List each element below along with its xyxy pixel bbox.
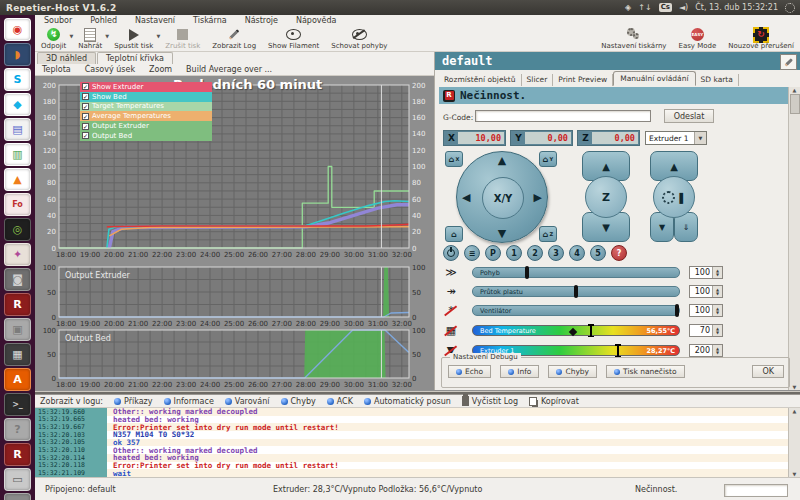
slider-handle[interactable]	[574, 285, 578, 298]
clock[interactable]: Čt, 13. dub 15:32:21	[695, 3, 778, 12]
show-log-button[interactable]: Zobrazit Log	[206, 26, 262, 50]
feedrate-spinbox[interactable]: 100 ▲▼	[689, 266, 723, 279]
menu-soubor[interactable]: Soubor	[35, 16, 81, 25]
launcher-icon-text-editor[interactable]: ▤	[4, 118, 31, 141]
filter-chyby[interactable]: Chyby	[281, 397, 316, 406]
printer-settings-button[interactable]: Nastavení tiskárny	[595, 26, 672, 50]
network-icon[interactable]: ↑↓	[638, 3, 651, 12]
power-button[interactable]	[443, 245, 459, 261]
fan-slider[interactable]: Ventilátor	[472, 305, 680, 316]
park-button[interactable]: P	[485, 245, 501, 261]
feedrate-slider[interactable]: Pohyb	[472, 267, 680, 278]
preset-5-button[interactable]: 5	[590, 245, 606, 261]
bed-temp-spinbox[interactable]: 70 ▲▼	[689, 324, 723, 337]
launcher-icon-graphics-app[interactable]: ✦	[4, 243, 31, 266]
tab-teplotni-krivka[interactable]: Teplotní křivka	[97, 52, 173, 64]
start-print-button[interactable]: Spustit tisk ▼	[108, 26, 159, 50]
slider-handle[interactable]	[590, 324, 592, 337]
launcher-icon-chrome[interactable]: ◉	[4, 18, 31, 41]
launcher-icon-media-app[interactable]: ◎	[4, 218, 31, 241]
bed-temp-slider[interactable]: Bed Temperature 56,55°C	[472, 325, 680, 336]
checkbox-icon[interactable]: ✓	[82, 93, 89, 100]
legend-item-5[interactable]: ✓Output Bed	[80, 131, 212, 141]
z-center-button[interactable]: Z	[585, 176, 627, 218]
chart-menu-teplota[interactable]: Teplota	[35, 65, 78, 74]
motors-off-button[interactable]: ≡	[464, 245, 480, 261]
menu-napoveda[interactable]: Nápověda	[287, 16, 346, 25]
log-scrollbar[interactable]: ▲ ▼	[788, 408, 800, 477]
extruder-select[interactable]: Extruder 1 ▼	[645, 131, 707, 145]
tab-rozmisteni-objektu[interactable]: Rozmístění objektů	[439, 74, 522, 86]
xy-jog-pad[interactable]: ▲ ▼ ◀ ▶ X/Y	[456, 151, 548, 243]
jog-x-plus-icon[interactable]: ▶	[534, 191, 542, 204]
chart-menu-build-average[interactable]: Build Average over ...	[179, 65, 279, 74]
scroll-up-ic[interactable]: ▲	[793, 408, 797, 414]
launcher-icon-trash[interactable]: ▯	[4, 493, 31, 500]
fan-spinbox[interactable]: 100 ▲▼	[689, 304, 723, 317]
checkbox-icon[interactable]: ✓	[82, 83, 89, 90]
gcode-input[interactable]	[475, 110, 651, 122]
launcher-icon-kodi[interactable]: ◆	[4, 93, 31, 116]
launcher-icon-calculator[interactable]: ▦	[4, 343, 31, 366]
spinner-arrows-icon[interactable]: ▲▼	[712, 267, 722, 278]
filter-informace[interactable]: Informace	[164, 397, 214, 406]
load-button[interactable]: Nahrát ▼	[72, 26, 108, 50]
echo-toggle[interactable]: Echo	[448, 365, 491, 378]
checkbox-icon[interactable]: ✓	[82, 113, 89, 120]
dry-run-toggle[interactable]: Tisk nanečisto	[606, 365, 684, 378]
legend-item-2[interactable]: ✓Target Temperatures	[80, 102, 212, 112]
preset-2-button[interactable]: 2	[527, 245, 543, 261]
spinner-arrows-icon[interactable]: ▲▼	[712, 325, 722, 336]
tab-slicer[interactable]: Slicer	[522, 74, 554, 86]
launcher-icon-photo-tool[interactable]: ◙	[4, 268, 31, 291]
launcher-icon-fontforge[interactable]: Fo	[4, 193, 31, 216]
extrude-center-button[interactable]: ❚	[653, 176, 695, 218]
xy-center-button[interactable]: X/Y	[482, 177, 524, 219]
scroll-thumb[interactable]	[790, 94, 800, 114]
clear-log-button[interactable]: Vyčistit Log	[462, 396, 518, 406]
slider-handle[interactable]	[525, 266, 529, 279]
home-all-button[interactable]: ⌂	[445, 226, 463, 242]
spinner-arrows-icon[interactable]: ▲▼	[712, 286, 722, 297]
keyboard-indicator[interactable]: Cs	[659, 3, 672, 12]
preset-1-button[interactable]: 1	[506, 245, 522, 261]
send-button[interactable]: Odeslat	[664, 109, 714, 123]
launcher-icon-libreoffice[interactable]: ▥	[4, 143, 31, 166]
filter-prikazy[interactable]: Příkazy	[114, 397, 153, 406]
legend-item-3[interactable]: ✓Average Temperatures	[80, 111, 212, 121]
launcher-icon-disk-utility[interactable]: ▭	[4, 468, 31, 491]
launcher-icon-help-app[interactable]: ?	[4, 418, 31, 441]
menu-nastroje[interactable]: Nástroje	[236, 16, 287, 25]
launcher-icon-skype[interactable]: S	[4, 68, 31, 91]
jog-y-minus-icon[interactable]: ▼	[498, 227, 506, 240]
easy-mode-button[interactable]: EASY Easy Mode	[672, 26, 722, 50]
legend-item-4[interactable]: ✓Output Extruder	[80, 121, 212, 131]
ok-button[interactable]: OK	[752, 365, 784, 378]
launcher-icon-a-app[interactable]: A	[4, 368, 31, 391]
legend-item-1[interactable]: ✓Show Bed	[80, 92, 212, 102]
home-y-button[interactable]: ⌂Y	[539, 151, 557, 167]
session-gear-icon[interactable]	[785, 3, 795, 13]
tab-print-preview[interactable]: Print Preview	[553, 74, 613, 86]
launcher-icon-repetier-host[interactable]: R	[4, 443, 31, 466]
slider-handle[interactable]	[675, 304, 679, 317]
tab-3d-nahled[interactable]: 3D náhled	[37, 52, 96, 64]
scroll-down-icon[interactable]: ▼	[793, 384, 797, 390]
tab-manualni-ovladani[interactable]: Manuální ovládání	[613, 71, 695, 86]
checkbox-icon[interactable]: ✓	[82, 103, 89, 110]
tab-sd-karta[interactable]: SD karta	[696, 74, 739, 86]
launcher-icon-repetier-server[interactable]: R	[4, 293, 31, 316]
slider-handle[interactable]	[617, 344, 619, 357]
hide-travel-button[interactable]: Schovat pohyby	[325, 26, 393, 50]
checkbox-icon[interactable]: ✓	[82, 132, 89, 139]
scroll-up-icon[interactable]: ▲	[793, 87, 797, 93]
legend-item-0[interactable]: ✓Show Extruder	[80, 82, 212, 92]
flowrate-slider[interactable]: Průtok plastu	[472, 286, 680, 297]
launcher-icon-terminal[interactable]: >_	[4, 393, 31, 416]
menu-pohled[interactable]: Pohled	[81, 16, 126, 25]
copy-log-button[interactable]: Kopírovat	[529, 397, 579, 406]
checkbox-icon[interactable]: ✓	[82, 123, 89, 130]
preset-3-button[interactable]: 3	[548, 245, 564, 261]
errors-toggle[interactable]: Chyby	[548, 365, 597, 378]
chevron-down-icon[interactable]: ▼	[694, 132, 706, 144]
